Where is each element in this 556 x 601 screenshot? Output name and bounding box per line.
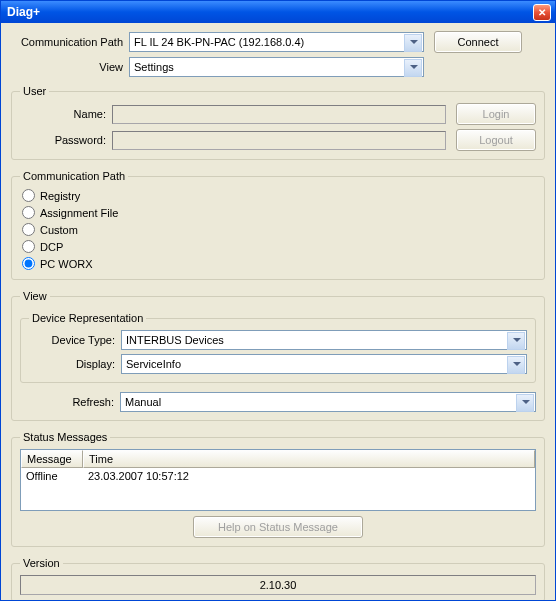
user-name-input[interactable] xyxy=(112,105,446,124)
status-col-message[interactable]: Message xyxy=(21,450,83,468)
radio-registry-input[interactable] xyxy=(22,189,35,202)
view-dropdown[interactable]: Settings xyxy=(129,57,424,77)
user-password-input[interactable] xyxy=(112,131,446,150)
radio-pcworx-input[interactable] xyxy=(22,257,35,270)
login-button[interactable]: Login xyxy=(456,103,536,125)
status-messages-legend: Status Messages xyxy=(20,431,110,443)
device-type-value: INTERBUS Devices xyxy=(126,334,224,346)
radio-dcp[interactable]: DCP xyxy=(20,239,536,254)
display-label: Display: xyxy=(29,358,121,370)
version-legend: Version xyxy=(20,557,63,569)
refresh-label: Refresh: xyxy=(20,396,120,408)
version-group: Version 2.10.30 xyxy=(11,557,545,600)
radio-custom[interactable]: Custom xyxy=(20,222,536,237)
radio-dcp-label: DCP xyxy=(40,241,63,253)
table-row[interactable]: Offline 23.03.2007 10:57:12 xyxy=(21,470,535,485)
view-label: View xyxy=(11,61,129,73)
radio-custom-label: Custom xyxy=(40,224,78,236)
radio-assignment-input[interactable] xyxy=(22,206,35,219)
comm-path-dropdown[interactable]: FL IL 24 BK-PN-PAC (192.168.0.4) xyxy=(129,32,424,52)
comm-path-group: Communication Path Registry Assignment F… xyxy=(11,170,545,280)
client-area: Communication Path FL IL 24 BK-PN-PAC (1… xyxy=(1,23,555,600)
radio-assignment-label: Assignment File xyxy=(40,207,118,219)
device-rep-legend: Device Representation xyxy=(29,312,146,324)
device-rep-group: Device Representation Device Type: INTER… xyxy=(20,312,536,383)
chevron-down-icon xyxy=(513,362,521,366)
radio-dcp-input[interactable] xyxy=(22,240,35,253)
status-row-message: Offline xyxy=(21,470,83,485)
radio-pcworx-label: PC WORX xyxy=(40,258,93,270)
window-title: Diag+ xyxy=(7,5,533,19)
chevron-down-icon xyxy=(522,400,530,404)
user-group: User Name: Login Password: Logout xyxy=(11,85,545,160)
titlebar: Diag+ ✕ xyxy=(1,1,555,23)
connect-button[interactable]: Connect xyxy=(434,31,522,53)
close-button[interactable]: ✕ xyxy=(533,4,551,21)
view-row: View Settings xyxy=(11,57,545,77)
display-value: ServiceInfo xyxy=(126,358,181,370)
logout-button[interactable]: Logout xyxy=(456,129,536,151)
display-dropdown[interactable]: ServiceInfo xyxy=(121,354,527,374)
status-col-time[interactable]: Time xyxy=(83,450,535,468)
help-status-button[interactable]: Help on Status Message xyxy=(193,516,363,538)
version-value-box: 2.10.30 xyxy=(20,575,536,595)
view-value: Settings xyxy=(134,61,174,73)
radio-pcworx[interactable]: PC WORX xyxy=(20,256,536,271)
view-group-legend: View xyxy=(20,290,50,302)
device-type-dropdown[interactable]: INTERBUS Devices xyxy=(121,330,527,350)
chevron-down-icon xyxy=(410,40,418,44)
chevron-down-icon xyxy=(410,65,418,69)
user-legend: User xyxy=(20,85,49,97)
refresh-dropdown[interactable]: Manual xyxy=(120,392,536,412)
user-password-label: Password: xyxy=(20,134,112,146)
comm-path-value: FL IL 24 BK-PN-PAC (192.168.0.4) xyxy=(134,36,304,48)
radio-registry-label: Registry xyxy=(40,190,80,202)
status-table-body: Offline 23.03.2007 10:57:12 xyxy=(21,468,535,510)
status-table: Message Time Offline 23.03.2007 10:57:12 xyxy=(20,449,536,511)
chevron-down-icon xyxy=(513,338,521,342)
comm-path-legend: Communication Path xyxy=(20,170,128,182)
close-icon: ✕ xyxy=(538,7,546,18)
status-row-time: 23.03.2007 10:57:12 xyxy=(83,470,535,485)
radio-custom-input[interactable] xyxy=(22,223,35,236)
main-window: Diag+ ✕ Communication Path FL IL 24 BK-P… xyxy=(0,0,556,601)
status-table-header: Message Time xyxy=(21,450,535,468)
radio-assignment[interactable]: Assignment File xyxy=(20,205,536,220)
user-name-label: Name: xyxy=(20,108,112,120)
view-group: View Device Representation Device Type: … xyxy=(11,290,545,421)
status-messages-group: Status Messages Message Time Offline 23.… xyxy=(11,431,545,547)
comm-path-row: Communication Path FL IL 24 BK-PN-PAC (1… xyxy=(11,31,545,53)
radio-registry[interactable]: Registry xyxy=(20,188,536,203)
comm-path-label: Communication Path xyxy=(11,36,129,48)
version-value: 2.10.30 xyxy=(260,579,297,591)
refresh-value: Manual xyxy=(125,396,161,408)
device-type-label: Device Type: xyxy=(29,334,121,346)
